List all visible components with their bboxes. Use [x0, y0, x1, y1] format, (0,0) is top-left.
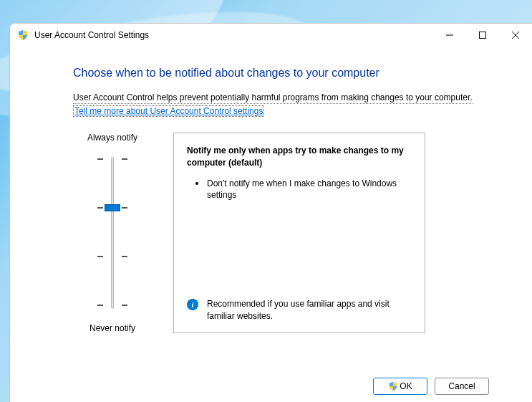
slider-track	[111, 157, 114, 309]
ok-button-label: OK	[400, 381, 412, 391]
maximize-button[interactable]	[466, 24, 499, 47]
window-title: User Account Control Settings	[34, 30, 433, 40]
close-button[interactable]	[499, 24, 532, 47]
recommendation-row: i Recommended if you use familiar apps a…	[187, 298, 412, 322]
slider-label-always: Always notify	[87, 133, 137, 143]
help-link[interactable]: Tell me more about User Account Control …	[73, 105, 264, 117]
setting-description-panel: Notify me only when apps try to make cha…	[173, 133, 425, 333]
slider-label-never: Never notify	[90, 323, 135, 333]
info-icon: i	[187, 299, 198, 310]
cancel-button[interactable]: Cancel	[435, 378, 489, 395]
dialog-buttons: OK Cancel	[373, 378, 489, 395]
description-text: User Account Control helps prevent poten…	[73, 92, 473, 104]
slider-thumb[interactable]	[105, 204, 120, 211]
notification-slider[interactable]	[95, 154, 130, 312]
setting-bullet: Don't notify me when I make changes to W…	[187, 178, 412, 202]
slider-tick	[97, 305, 103, 306]
setting-bullet-text: Don't notify me when I make changes to W…	[207, 178, 412, 202]
ok-button[interactable]: OK	[373, 378, 427, 395]
slider-tick	[97, 207, 103, 209]
bullet-icon	[195, 182, 198, 185]
slider-tick	[122, 305, 127, 306]
minimize-button[interactable]	[433, 24, 466, 47]
setting-title: Notify me only when apps try to make cha…	[187, 145, 412, 169]
svg-rect-1	[480, 32, 486, 39]
cancel-button-label: Cancel	[448, 381, 475, 391]
slider-tick	[97, 158, 103, 160]
slider-tick	[122, 207, 127, 209]
slider-tick	[122, 256, 127, 257]
dialog-content: Choose when to be notified about changes…	[10, 47, 532, 402]
slider-tick	[97, 256, 103, 257]
page-heading: Choose when to be notified about changes…	[73, 67, 489, 80]
recommendation-text: Recommended if you use familiar apps and…	[207, 298, 412, 322]
slider-tick	[122, 158, 127, 160]
notification-slider-group: Always notify Never notify	[73, 133, 152, 333]
uac-shield-icon	[388, 381, 398, 391]
dialog-window: User Account Control Settings Choose whe…	[9, 23, 532, 402]
titlebar[interactable]: User Account Control Settings	[10, 24, 532, 47]
uac-shield-icon	[17, 29, 29, 41]
